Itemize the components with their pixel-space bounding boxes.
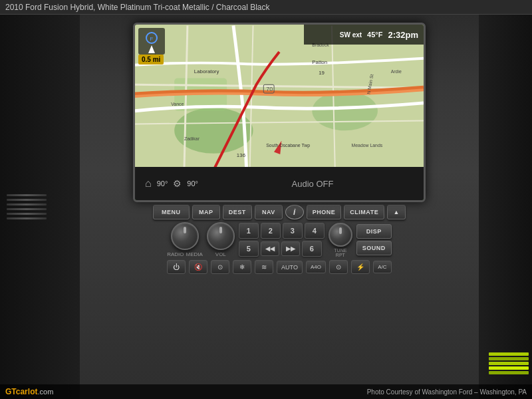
home-icon[interactable]: ⌂ [145, 178, 152, 190]
nav-temperature: 45°F [367, 31, 382, 39]
snowflake-button[interactable]: ❄ [233, 260, 251, 274]
nav-direction-arrow: F [138, 28, 165, 55]
map-button[interactable]: MAP [192, 205, 220, 219]
ac-button[interactable]: A/C [373, 261, 392, 273]
vent-line [7, 217, 47, 219]
sound-button[interactable]: SOUND [356, 241, 392, 255]
button-row-2: RADIO MEDIA VOL 1 2 3 4 5 [126, 222, 432, 257]
control-panel: MENU MAP DEST NAV i PHONE CLIMATE ▲ RADI… [126, 205, 432, 399]
gtcarlot-logo: GTcarlot.com [5, 387, 53, 396]
radio-media-knob[interactable] [171, 222, 199, 250]
right-panel [479, 15, 532, 399]
phone-button[interactable]: PHONE [307, 205, 342, 219]
svg-point-2 [312, 91, 378, 130]
dest-button[interactable]: DEST [223, 205, 252, 219]
svg-text:136: 136 [237, 152, 246, 158]
svg-text:Zadikar: Zadikar [184, 136, 200, 141]
map-svg: 70 19 136 Laboratory Patton Vance South … [135, 25, 424, 171]
driver-temp: 90° [157, 180, 168, 188]
svg-text:F: F [150, 36, 154, 42]
arrow-up-button[interactable]: ▲ [387, 205, 406, 219]
button-row-3: ⏻ 🔇 ⊙ ❄ ≋ AUTO A4O ⊙ ⚡ A/C [126, 260, 432, 274]
settings-icon[interactable]: ⚙ [173, 178, 182, 189]
num-4-button[interactable]: 4 [305, 223, 325, 239]
heat-button[interactable]: ⚡ [351, 260, 370, 274]
power-button[interactable]: ⏻ [167, 260, 186, 274]
left-panel [0, 15, 80, 399]
svg-text:19: 19 [319, 70, 325, 76]
nav-distance-display: 0.5 mi [138, 55, 164, 65]
main-content: 70 19 136 Laboratory Patton Vance South … [0, 15, 532, 399]
button-row-1: MENU MAP DEST NAV i PHONE CLIMATE ▲ [126, 205, 432, 219]
svg-text:Laboratory: Laboratory [194, 68, 219, 74]
tune-rpt-label: TUNERPT [334, 248, 346, 257]
volume-knob[interactable] [207, 222, 235, 250]
nav-time: 2:32pm [388, 30, 418, 40]
svg-text:70: 70 [266, 86, 273, 92]
num-1-button[interactable]: 1 [239, 223, 259, 239]
stripe [489, 366, 529, 370]
stripe [489, 362, 529, 365]
nav-status-bar: SW ext 45°F 2:32pm [304, 25, 424, 45]
seek-right-button[interactable]: ▶▶ [281, 241, 300, 256]
circle-btn-1[interactable]: ⊙ [211, 260, 229, 274]
nav-bottom-icons: ⌂ 90° ⚙ 90° [145, 178, 198, 190]
disp-button[interactable]: DISP [356, 224, 392, 239]
radio-label: RADIO [167, 251, 184, 257]
vent-line [7, 203, 47, 205]
map-display: 70 19 136 Laboratory Patton Vance South … [135, 25, 424, 171]
svg-text:South Oscabane Twp: South Oscabane Twp [266, 143, 310, 148]
gtcarlot-branding[interactable]: GTcarlot.com [5, 387, 53, 396]
color-trim: White Platinum Tri-coat Metallic [98, 3, 209, 12]
media-label: MEDIA [186, 251, 202, 257]
interior-color: Charcoal Black [216, 3, 270, 12]
num-5-button[interactable]: 5 [239, 241, 259, 257]
vent-line [7, 213, 47, 215]
left-vent [7, 194, 47, 219]
num-6-button[interactable]: 6 [302, 241, 322, 257]
passenger-temp: 90° [187, 180, 198, 188]
circle-btn-2[interactable]: ⊙ [329, 260, 348, 274]
svg-text:Patton: Patton [312, 59, 327, 65]
fan-button[interactable]: ≋ [255, 260, 273, 274]
stripe [489, 371, 529, 374]
separator: / [211, 3, 213, 12]
svg-text:Meadow Lands: Meadow Lands [352, 143, 383, 148]
nav-direction: SW ext [340, 31, 362, 39]
svg-text:Ardie: Ardie [391, 69, 402, 74]
page-footer: GTcarlot.com Photo Courtesy of Washingto… [0, 384, 532, 399]
stripe [489, 357, 529, 360]
vent-line [7, 194, 47, 196]
nav-button[interactable]: NAV [255, 205, 283, 219]
right-stripes [489, 352, 529, 379]
vent-line [7, 208, 47, 210]
stripe [489, 352, 529, 356]
nav-bottom-bar: ⌂ 90° ⚙ 90° Audio OFF [135, 167, 424, 200]
num-3-button[interactable]: 3 [283, 223, 303, 239]
vent-line [7, 199, 47, 201]
info-button[interactable]: i [285, 205, 304, 219]
mute-button[interactable]: 🔇 [189, 260, 207, 274]
vol-label: VOL [215, 251, 226, 257]
num-2-button[interactable]: 2 [261, 223, 281, 239]
svg-text:Vance: Vance [171, 102, 184, 106]
photo-credit: Photo Courtesy of Washington Ford – Wash… [367, 388, 527, 396]
navigation-screen: 70 19 136 Laboratory Patton Vance South … [133, 23, 426, 202]
auto-btn[interactable]: AUTO [277, 261, 303, 274]
tune-rpt-knob[interactable] [329, 223, 352, 247]
menu-button[interactable]: MENU [153, 205, 190, 219]
a4o-button[interactable]: A4O [306, 261, 326, 273]
audio-off-label: Audio OFF [211, 179, 414, 189]
climate-button[interactable]: CLIMATE [344, 205, 384, 219]
car-model: 2010 Ford Fusion Hybrid, [5, 3, 95, 12]
center-console: 70 19 136 Laboratory Patton Vance South … [80, 15, 479, 399]
seek-left-button[interactable]: ◀◀ [261, 241, 279, 256]
page-header: 2010 Ford Fusion Hybrid, White Platinum … [0, 0, 532, 15]
